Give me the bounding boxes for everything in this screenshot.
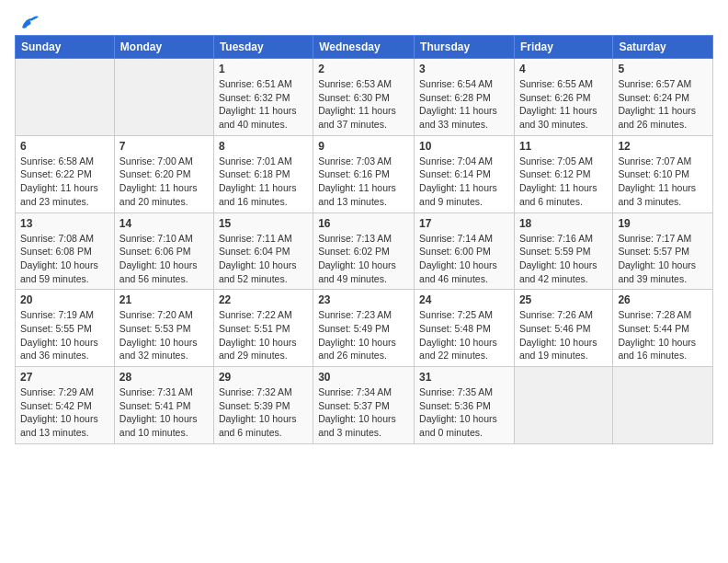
calendar-cell: 1Sunrise: 6:51 AM Sunset: 6:32 PM Daylig… — [213, 59, 313, 136]
calendar-cell: 3Sunrise: 6:54 AM Sunset: 6:28 PM Daylig… — [415, 59, 515, 136]
day-info: Sunrise: 6:51 AM Sunset: 6:32 PM Dayligh… — [219, 77, 308, 132]
day-info: Sunrise: 6:55 AM Sunset: 6:26 PM Dayligh… — [519, 77, 608, 132]
calendar-cell: 11Sunrise: 7:05 AM Sunset: 6:12 PM Dayli… — [514, 135, 612, 213]
header — [15, 15, 713, 28]
day-info: Sunrise: 7:28 AM Sunset: 5:44 PM Dayligh… — [618, 308, 708, 362]
calendar-cell: 5Sunrise: 6:57 AM Sunset: 6:24 PM Daylig… — [613, 59, 713, 136]
day-number: 8 — [219, 140, 308, 153]
day-number: 10 — [419, 140, 509, 153]
day-info: Sunrise: 7:32 AM Sunset: 5:39 PM Dayligh… — [219, 385, 308, 440]
calendar-cell: 2Sunrise: 6:53 AM Sunset: 6:30 PM Daylig… — [313, 59, 415, 136]
day-number: 23 — [318, 293, 409, 306]
calendar-week-row: 20Sunrise: 7:19 AM Sunset: 5:55 PM Dayli… — [16, 290, 713, 367]
day-info: Sunrise: 7:14 AM Sunset: 6:00 PM Dayligh… — [419, 232, 509, 286]
calendar-cell: 19Sunrise: 7:17 AM Sunset: 5:57 PM Dayli… — [613, 213, 713, 290]
day-number: 27 — [20, 371, 109, 384]
calendar-cell: 15Sunrise: 7:11 AM Sunset: 6:04 PM Dayli… — [213, 213, 313, 290]
calendar-cell: 14Sunrise: 7:10 AM Sunset: 6:06 PM Dayli… — [114, 213, 213, 290]
day-info: Sunrise: 7:04 AM Sunset: 6:14 PM Dayligh… — [419, 155, 509, 209]
day-of-week-header: Thursday — [415, 36, 515, 59]
day-info: Sunrise: 7:01 AM Sunset: 6:18 PM Dayligh… — [219, 155, 308, 209]
day-number: 7 — [119, 140, 209, 153]
day-info: Sunrise: 7:22 AM Sunset: 5:51 PM Dayligh… — [219, 308, 308, 362]
calendar-week-row: 6Sunrise: 6:58 AM Sunset: 6:22 PM Daylig… — [16, 135, 713, 213]
calendar-week-row: 27Sunrise: 7:29 AM Sunset: 5:42 PM Dayli… — [16, 367, 713, 444]
day-info: Sunrise: 6:53 AM Sunset: 6:30 PM Dayligh… — [318, 77, 409, 132]
day-number: 9 — [318, 140, 409, 153]
calendar-cell: 31Sunrise: 7:35 AM Sunset: 5:36 PM Dayli… — [415, 367, 515, 444]
day-number: 26 — [618, 293, 708, 306]
calendar-cell — [114, 59, 213, 136]
day-info: Sunrise: 7:31 AM Sunset: 5:41 PM Dayligh… — [119, 385, 209, 440]
day-of-week-header: Friday — [514, 36, 612, 59]
day-number: 6 — [20, 140, 109, 153]
day-number: 17 — [419, 217, 509, 230]
calendar-cell: 27Sunrise: 7:29 AM Sunset: 5:42 PM Dayli… — [16, 367, 115, 444]
day-of-week-header: Monday — [114, 36, 213, 59]
day-info: Sunrise: 7:19 AM Sunset: 5:55 PM Dayligh… — [20, 308, 109, 362]
calendar-cell: 10Sunrise: 7:04 AM Sunset: 6:14 PM Dayli… — [415, 135, 515, 213]
calendar-cell: 16Sunrise: 7:13 AM Sunset: 6:02 PM Dayli… — [313, 213, 415, 290]
day-of-week-header: Saturday — [613, 36, 713, 59]
calendar-week-row: 13Sunrise: 7:08 AM Sunset: 6:08 PM Dayli… — [16, 213, 713, 290]
calendar-cell: 13Sunrise: 7:08 AM Sunset: 6:08 PM Dayli… — [16, 213, 115, 290]
calendar-cell: 9Sunrise: 7:03 AM Sunset: 6:16 PM Daylig… — [313, 135, 415, 213]
day-number: 11 — [519, 140, 608, 153]
day-number: 12 — [618, 140, 708, 153]
day-of-week-header: Sunday — [16, 36, 115, 59]
calendar-cell: 22Sunrise: 7:22 AM Sunset: 5:51 PM Dayli… — [213, 290, 313, 367]
day-number: 1 — [219, 63, 308, 75]
day-info: Sunrise: 7:11 AM Sunset: 6:04 PM Dayligh… — [219, 232, 308, 286]
day-info: Sunrise: 6:57 AM Sunset: 6:24 PM Dayligh… — [618, 77, 708, 132]
day-info: Sunrise: 7:29 AM Sunset: 5:42 PM Dayligh… — [20, 385, 109, 440]
calendar-cell — [613, 367, 713, 444]
day-number: 22 — [219, 293, 308, 306]
calendar-cell: 28Sunrise: 7:31 AM Sunset: 5:41 PM Dayli… — [114, 367, 213, 444]
calendar-header-row: SundayMondayTuesdayWednesdayThursdayFrid… — [16, 36, 713, 59]
calendar-cell — [16, 59, 115, 136]
day-info: Sunrise: 7:10 AM Sunset: 6:06 PM Dayligh… — [119, 232, 209, 286]
day-of-week-header: Wednesday — [313, 36, 415, 59]
day-number: 25 — [519, 293, 608, 306]
day-number: 24 — [419, 293, 509, 306]
day-info: Sunrise: 7:17 AM Sunset: 5:57 PM Dayligh… — [618, 232, 708, 286]
day-info: Sunrise: 7:26 AM Sunset: 5:46 PM Dayligh… — [519, 308, 608, 362]
day-info: Sunrise: 7:05 AM Sunset: 6:12 PM Dayligh… — [519, 155, 608, 209]
day-info: Sunrise: 7:00 AM Sunset: 6:20 PM Dayligh… — [119, 155, 209, 209]
day-info: Sunrise: 7:25 AM Sunset: 5:48 PM Dayligh… — [419, 308, 509, 362]
calendar-cell: 25Sunrise: 7:26 AM Sunset: 5:46 PM Dayli… — [514, 290, 612, 367]
day-number: 28 — [119, 371, 209, 384]
calendar-cell: 26Sunrise: 7:28 AM Sunset: 5:44 PM Dayli… — [613, 290, 713, 367]
day-number: 30 — [318, 371, 409, 384]
calendar-cell: 20Sunrise: 7:19 AM Sunset: 5:55 PM Dayli… — [16, 290, 115, 367]
logo-bird-icon — [18, 15, 39, 31]
day-number: 3 — [419, 63, 509, 75]
calendar-cell: 30Sunrise: 7:34 AM Sunset: 5:37 PM Dayli… — [313, 367, 415, 444]
calendar-cell: 21Sunrise: 7:20 AM Sunset: 5:53 PM Dayli… — [114, 290, 213, 367]
day-of-week-header: Tuesday — [213, 36, 313, 59]
calendar-cell: 23Sunrise: 7:23 AM Sunset: 5:49 PM Dayli… — [313, 290, 415, 367]
day-number: 16 — [318, 217, 409, 230]
day-number: 19 — [618, 217, 708, 230]
day-info: Sunrise: 7:16 AM Sunset: 5:59 PM Dayligh… — [519, 232, 608, 286]
day-info: Sunrise: 7:20 AM Sunset: 5:53 PM Dayligh… — [119, 308, 209, 362]
day-info: Sunrise: 6:54 AM Sunset: 6:28 PM Dayligh… — [419, 77, 509, 132]
day-info: Sunrise: 7:34 AM Sunset: 5:37 PM Dayligh… — [318, 385, 409, 440]
calendar-cell: 24Sunrise: 7:25 AM Sunset: 5:48 PM Dayli… — [415, 290, 515, 367]
day-number: 4 — [519, 63, 608, 75]
calendar-week-row: 1Sunrise: 6:51 AM Sunset: 6:32 PM Daylig… — [16, 59, 713, 136]
day-number: 14 — [119, 217, 209, 230]
calendar-cell: 6Sunrise: 6:58 AM Sunset: 6:22 PM Daylig… — [16, 135, 115, 213]
day-number: 15 — [219, 217, 308, 230]
day-number: 2 — [318, 63, 409, 75]
calendar-cell — [514, 367, 612, 444]
logo — [15, 15, 39, 28]
calendar-cell: 8Sunrise: 7:01 AM Sunset: 6:18 PM Daylig… — [213, 135, 313, 213]
calendar-cell: 18Sunrise: 7:16 AM Sunset: 5:59 PM Dayli… — [514, 213, 612, 290]
day-number: 21 — [119, 293, 209, 306]
day-number: 20 — [20, 293, 109, 306]
calendar-cell: 7Sunrise: 7:00 AM Sunset: 6:20 PM Daylig… — [114, 135, 213, 213]
day-number: 18 — [519, 217, 608, 230]
day-info: Sunrise: 6:58 AM Sunset: 6:22 PM Dayligh… — [20, 155, 109, 209]
calendar-cell: 29Sunrise: 7:32 AM Sunset: 5:39 PM Dayli… — [213, 367, 313, 444]
